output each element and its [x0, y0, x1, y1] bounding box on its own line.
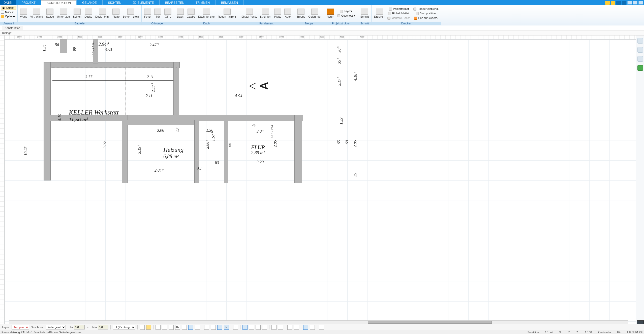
- view2-icon[interactable]: [249, 325, 254, 330]
- tab-datei[interactable]: DATEI: [0, 0, 16, 5]
- tab-trimmen[interactable]: TRIMMEN: [190, 0, 216, 5]
- streifen-button[interactable]: Strei- fen: [258, 6, 273, 21]
- snap2-icon[interactable]: [211, 325, 216, 330]
- balken-button[interactable]: Balken: [71, 6, 83, 21]
- tab-konstruktion[interactable]: KONSTRUKTION: [41, 0, 77, 5]
- align-right-icon[interactable]: [169, 325, 174, 330]
- deckoeffn-button[interactable]: Deck.- öffn.: [94, 6, 111, 21]
- drawing-canvas[interactable]: A KELLER Werkstatt 11,56 m² Heizung 6,88…: [5, 40, 636, 324]
- info-icon[interactable]: i: [233, 325, 238, 330]
- layers-icon[interactable]: [637, 38, 643, 44]
- selekt-button[interactable]: ▣Selekt: [1, 6, 16, 10]
- frame-icon[interactable]: [195, 325, 200, 330]
- measure-icon[interactable]: [182, 325, 187, 330]
- treppe-button[interactable]: Treppe: [295, 6, 307, 21]
- gridsnap-icon[interactable]: [310, 325, 315, 330]
- abc-icon[interactable]: Abc: [175, 325, 180, 330]
- align-left-icon[interactable]: [156, 325, 161, 330]
- target-icon[interactable]: [637, 56, 643, 62]
- phi-input[interactable]: [98, 325, 108, 329]
- gelaender-button[interactable]: Gelän- der: [307, 6, 323, 21]
- wall[interactable]: [224, 120, 228, 183]
- tab-sichten[interactable]: SICHTEN: [103, 0, 127, 5]
- monitor-icon[interactable]: [616, 1, 621, 5]
- decke-button[interactable]: Decke: [83, 6, 94, 21]
- schornstein-button[interactable]: Schorn- stein: [121, 6, 140, 21]
- drucken-button[interactable]: Drucken: [373, 6, 386, 21]
- dl-select[interactable]: dl (Richtung/Di: [113, 325, 135, 329]
- oeffn-button[interactable]: Öffn.: [163, 6, 173, 21]
- layer-button[interactable]: Layer ▾: [336, 9, 357, 14]
- vertical-ruler[interactable]: [0, 35, 5, 324]
- bounds-icon[interactable]: [188, 325, 193, 330]
- grid-icon[interactable]: [303, 325, 308, 330]
- tab-bearbeiten[interactable]: BEARBEITEN: [160, 0, 190, 5]
- wrench-icon[interactable]: [605, 1, 610, 5]
- geschoss-button[interactable]: Geschoss ▾: [336, 14, 357, 18]
- view4-icon[interactable]: [262, 325, 267, 330]
- view5-icon[interactable]: [271, 325, 277, 330]
- view6-icon[interactable]: [278, 325, 283, 330]
- snap1-icon[interactable]: [204, 325, 209, 330]
- pos-reset-button[interactable]: Pos zurücksetz.: [412, 16, 440, 20]
- tuer-button[interactable]: Tür: [153, 6, 163, 21]
- mark-button[interactable]: Mark. ▾: [1, 10, 16, 14]
- stuetze-button[interactable]: Stütze: [45, 6, 55, 21]
- snap3-icon[interactable]: [217, 325, 222, 330]
- tab-projekt[interactable]: PROJEKT: [16, 0, 41, 5]
- wand-button[interactable]: Wand: [19, 6, 29, 21]
- dachfenster-button[interactable]: Dach- fenster: [197, 6, 216, 21]
- tab-2d[interactable]: 2D-ELEMENTE: [127, 0, 160, 5]
- help-icon[interactable]: [622, 1, 626, 5]
- chair-icon[interactable]: [637, 47, 643, 53]
- fenst-button[interactable]: Fenst: [143, 6, 153, 21]
- subtab-konstruktion[interactable]: Konstruktion: [2, 26, 23, 30]
- view8-icon[interactable]: [294, 325, 299, 330]
- close-button[interactable]: [638, 1, 643, 5]
- raender-button[interactable]: Ränder einblend.: [412, 7, 440, 11]
- layer-select[interactable]: Treppen: [12, 325, 29, 329]
- blatt-button[interactable]: Blatt position.: [412, 11, 440, 16]
- mehrere-seiten-button[interactable]: Mehrere Seiten: [386, 16, 412, 20]
- dach-button[interactable]: Dach: [175, 6, 185, 21]
- virt-wand-button[interactable]: Virt. Wand: [29, 6, 45, 21]
- tab-bemassen[interactable]: BEMASSEN: [216, 0, 244, 5]
- wall[interactable]: [44, 62, 51, 180]
- schnitt-button[interactable]: Schnitt: [359, 6, 371, 21]
- horizontal-ruler[interactable]: 26002700 28002900 30003100 32003300 3400…: [5, 35, 636, 40]
- wall[interactable]: [173, 62, 179, 116]
- wall[interactable]: [122, 120, 195, 125]
- platte-button[interactable]: Platte: [111, 6, 121, 21]
- scroll-thumb[interactable]: [368, 321, 492, 324]
- wall[interactable]: [194, 120, 199, 183]
- view7-icon[interactable]: [287, 325, 292, 330]
- platte-fund-button[interactable]: Platte: [273, 6, 283, 21]
- view3-icon[interactable]: [256, 325, 261, 330]
- hatch-icon[interactable]: [140, 325, 145, 330]
- box-icon[interactable]: [611, 1, 615, 5]
- fill-icon[interactable]: [146, 325, 151, 330]
- align-center-icon[interactable]: [162, 325, 167, 330]
- minimize-button[interactable]: [627, 1, 632, 5]
- regenfallrohr-button[interactable]: Regen- fallrohr: [216, 6, 238, 21]
- einzelfund-button[interactable]: Einzel Fund.: [240, 6, 258, 21]
- view1-icon[interactable]: [242, 325, 248, 330]
- wall[interactable]: [294, 115, 302, 183]
- tab-gelaende[interactable]: GELÄNDE: [77, 0, 102, 5]
- unterzug-button[interactable]: Unter- zug: [55, 6, 71, 21]
- geschoss-select[interactable]: Kellergesch: [46, 325, 66, 329]
- tree-icon[interactable]: [637, 65, 643, 71]
- restore-button[interactable]: [633, 1, 637, 5]
- wall[interactable]: [122, 115, 128, 183]
- expand-icon[interactable]: [319, 325, 324, 330]
- l-input[interactable]: [74, 325, 85, 329]
- wall[interactable]: [60, 40, 67, 53]
- snap4-icon[interactable]: N: [224, 325, 229, 330]
- einheit-button[interactable]: Einheit/Maßst.: [386, 11, 412, 16]
- optionen-button[interactable]: Optionen: [1, 14, 16, 18]
- gaube-button[interactable]: Gaube: [185, 6, 197, 21]
- side-tab[interactable]: [637, 320, 644, 324]
- raum-button[interactable]: Raum: [325, 6, 335, 21]
- papierformat-button[interactable]: Papierformat: [386, 7, 412, 11]
- auto-button[interactable]: Auto: [283, 6, 293, 21]
